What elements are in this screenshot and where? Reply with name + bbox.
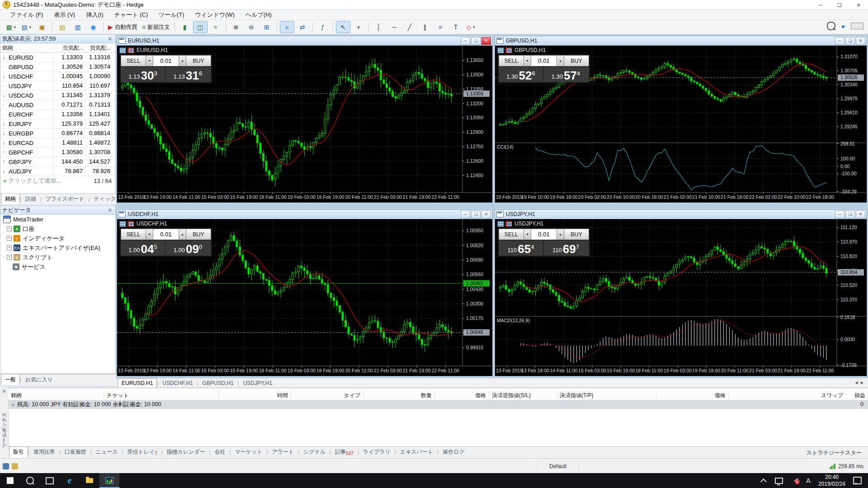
maximize-button[interactable]: ❏	[830, 0, 849, 10]
chart-window-titlebar[interactable]: GBPUSD,H1─❏✕	[495, 36, 867, 46]
close-button[interactable]: ✕	[856, 37, 865, 45]
minimize-button[interactable]: ─	[811, 0, 830, 10]
buy-price[interactable]: 110697	[543, 240, 588, 256]
navigator-tab-0[interactable]: 一般	[1, 374, 20, 385]
new-order-button[interactable]: ≡新規注文	[140, 21, 172, 33]
close-button[interactable]: ✕	[481, 211, 491, 218]
menu-view[interactable]: 表示 (V)	[48, 10, 80, 20]
buy-price[interactable]: 1.00090	[165, 240, 210, 256]
chart-window-titlebar[interactable]: EURUSD,H1─❏✕	[117, 36, 492, 46]
crosshair-icon[interactable]: +	[351, 21, 366, 33]
trade-column-7[interactable]: 決済指値(T/P)	[557, 390, 656, 400]
expand-icon[interactable]: +	[7, 236, 12, 241]
cursor-icon[interactable]: ↖	[336, 21, 350, 33]
strategy-tester-label[interactable]: ストラテジーテスター	[807, 449, 862, 457]
market-watch-row[interactable]: ↓EURJPY125.379125.427	[0, 119, 115, 129]
navigator-tab-1[interactable]: お気に入り	[21, 374, 57, 385]
indicators-icon[interactable]: ƒ	[316, 21, 330, 33]
metatrader-taskbar-icon[interactable]	[99, 473, 119, 488]
window-cascade-icon[interactable]: ▣	[35, 21, 49, 33]
restore-button[interactable]: ❏	[845, 37, 855, 45]
channel-icon[interactable]: ∥	[418, 21, 432, 33]
expand-icon[interactable]: +	[7, 255, 12, 260]
trade-column-4[interactable]: 数量	[363, 390, 435, 400]
menu-window[interactable]: ウインドウ(W)	[189, 10, 240, 20]
sell-button[interactable]: SELL	[499, 55, 524, 66]
market-watch-tab-1[interactable]: 詳細	[21, 193, 40, 204]
trendline-icon[interactable]: ╱	[402, 21, 417, 33]
navigator-root[interactable]: MetaTrader	[0, 215, 115, 224]
add-symbol-row[interactable]: +クリックして追加...13 / 64	[0, 176, 115, 185]
expand-icon[interactable]: +	[7, 226, 12, 231]
menu-tools[interactable]: ツール(T)	[153, 10, 189, 20]
trade-column-9[interactable]: スワップ	[729, 390, 846, 400]
sell-button[interactable]: SELL	[121, 229, 146, 240]
expand-icon[interactable]: +	[7, 245, 12, 250]
menu-chart[interactable]: チャート (C)	[109, 10, 154, 20]
restore-button[interactable]: ❏	[471, 211, 481, 218]
chart-shift-icon[interactable]: ⇄	[295, 21, 310, 33]
shapes-icon[interactable]: ◇▼	[464, 21, 478, 33]
chart-tab-3[interactable]: USDJPY,H1	[239, 378, 276, 388]
trade-column-3[interactable]: タイプ	[291, 390, 363, 400]
chart-tab-2[interactable]: GBPUSD,H1	[198, 378, 237, 388]
buy-button[interactable]: BUY	[564, 229, 589, 240]
taskbar-search-icon[interactable]	[20, 473, 40, 488]
toolbox-tab-2[interactable]: 口座履歴	[61, 446, 90, 457]
buy-price[interactable]: 1.30574	[543, 67, 588, 82]
chart-window-eurusd[interactable]: EURUSD,H1─❏✕13 Feb 201913 Feb 19:0014 Fe…	[117, 36, 493, 203]
data-window-icon[interactable]: ▥	[71, 21, 85, 33]
market-watch-row[interactable]: ◦USDJPY110.654110.697	[0, 81, 115, 91]
chat-icon[interactable]: ▸	[842, 22, 845, 30]
quotes-grid-icon[interactable]	[119, 221, 126, 227]
market-watch-tab-3[interactable]: ティック	[90, 193, 116, 204]
candles-chart-icon[interactable]: ◫	[193, 21, 208, 33]
toolbox-tab-13[interactable]: 操作ログ	[439, 446, 469, 457]
network-icon[interactable]	[775, 478, 783, 484]
search-icon[interactable]	[827, 22, 835, 30]
text-icon[interactable]: T	[448, 21, 463, 33]
volume-up-icon[interactable]: ▴	[557, 229, 564, 240]
volume-up-icon[interactable]: ▴	[179, 229, 186, 240]
community-icon[interactable]: ◉	[86, 21, 100, 33]
toolbox-tab-3[interactable]: ニュース	[92, 446, 122, 457]
market-watch-tab-0[interactable]: 銘柄	[1, 193, 20, 204]
chart-window-titlebar[interactable]: USDCHF,H1─❏✕	[117, 210, 492, 219]
volume-input[interactable]: 0.01	[531, 55, 557, 66]
quotes-grid-icon[interactable]	[497, 47, 504, 53]
volume-input[interactable]: 0.01	[153, 55, 179, 66]
trade-column-1[interactable]: チケット	[104, 390, 219, 400]
market-watch-row[interactable]: ↓EURGBP0.867740.86814	[0, 129, 115, 138]
toolbox-tab-8[interactable]: アラート	[268, 446, 298, 457]
bars-chart-icon[interactable]: ▮	[178, 21, 192, 33]
buy-button[interactable]: BUY	[564, 55, 589, 66]
volume-up-icon[interactable]: ▴	[179, 55, 186, 66]
chart-tab-1[interactable]: USDCHF,H1	[158, 378, 197, 388]
close-icon[interactable]: ✕	[107, 36, 113, 42]
sell-price[interactable]: 1.00045	[121, 240, 165, 256]
edge-icon[interactable]: e	[60, 473, 80, 488]
toolbox-tab-11[interactable]: ライブラリ	[359, 446, 395, 457]
chart-window-usdjpy[interactable]: USDJPY,H1─❏✕13 Feb 201913 Feb 19:0014 Fe…	[495, 209, 867, 376]
close-button[interactable]: ✕	[849, 0, 868, 10]
close-icon[interactable]: ✕	[107, 207, 113, 213]
toolbox-tab-6[interactable]: 会社	[211, 446, 230, 457]
profile-selector[interactable]: Default	[537, 462, 579, 471]
vertical-line-icon[interactable]: │	[372, 21, 386, 33]
market-watch-row[interactable]: ↓USDCAD1.313451.31379	[0, 91, 115, 100]
market-depth-icon[interactable]: ▤	[55, 21, 70, 33]
market-watch-row[interactable]: ↑GBPJPY144.450144.527	[0, 157, 115, 167]
trade-column-6[interactable]: 決済逆指値(S/L)	[489, 390, 557, 400]
sell-price[interactable]: 1.30526	[499, 67, 543, 82]
zoom-out-icon[interactable]: ⊖	[244, 21, 259, 33]
volume-down-icon[interactable]: ▾	[146, 55, 153, 66]
trade-column-0[interactable]: 銘柄	[8, 390, 104, 400]
zoom-in-icon[interactable]: ⊕	[229, 21, 243, 33]
sell-price[interactable]: 110654	[499, 240, 543, 256]
market-watch-row[interactable]: ↓EURCAD1.488111.48872	[0, 138, 115, 148]
tray-chevron-icon[interactable]	[762, 479, 767, 483]
sell-price[interactable]: 1.13303	[121, 67, 165, 82]
chart-window-icon[interactable]	[127, 47, 134, 53]
market-watch-tab-2[interactable]: プライスボード	[42, 193, 89, 204]
volume-input[interactable]: 0.01	[153, 229, 179, 240]
